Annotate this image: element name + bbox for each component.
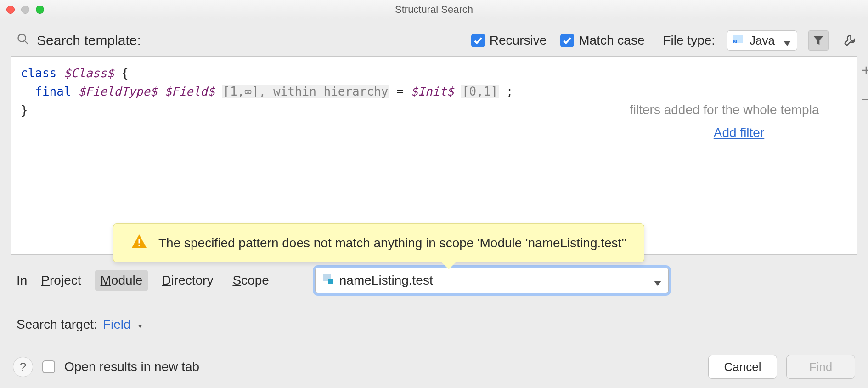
open-results-checkbox[interactable] (42, 360, 55, 373)
filter-panel: filters added for the whole templa Add f… (621, 57, 857, 254)
recursive-checkbox-wrap[interactable]: Recursive (471, 33, 547, 48)
warning-icon (131, 233, 147, 253)
remove-button[interactable]: − (862, 91, 868, 107)
code-token: $Field$ (164, 85, 215, 98)
header-row: Search template: Recursive Match case Fi… (0, 19, 868, 56)
code-token: final (35, 85, 71, 98)
code-hint: [0,1] (461, 85, 499, 98)
titlebar: Structural Search (0, 0, 868, 19)
open-results-label: Open results in new tab (64, 359, 199, 374)
add-button[interactable]: + (862, 62, 868, 78)
svg-marker-12 (654, 281, 661, 286)
module-icon (322, 273, 335, 289)
code-token: } (21, 103, 28, 117)
search-target-label: Search target: (17, 317, 97, 332)
cancel-button[interactable]: Cancel (708, 355, 777, 379)
dialog-button-row: ? Open results in new tab Cancel Find (0, 355, 868, 379)
code-token: $Init$ (411, 85, 454, 98)
search-template-label: Search template: (37, 33, 141, 48)
scope-in-label: In (17, 273, 27, 288)
svg-line-1 (25, 40, 28, 44)
svg-rect-11 (328, 279, 333, 284)
help-button[interactable]: ? (13, 357, 33, 377)
code-token (21, 85, 35, 98)
svg-text:J: J (734, 40, 736, 44)
code-token: $FieldType$ (78, 85, 157, 98)
code-token: class (21, 66, 56, 80)
file-type-value: Java (750, 34, 775, 48)
match-case-label: Match case (579, 33, 644, 48)
scope-scope-tab[interactable]: Scope (227, 270, 274, 291)
window-title: Structural Search (0, 4, 868, 16)
match-case-checkbox-wrap[interactable]: Match case (560, 33, 644, 48)
tools-button[interactable] (840, 30, 860, 51)
java-file-icon: J (731, 34, 744, 47)
scope-module-tab[interactable]: Module (95, 270, 148, 291)
module-dropdown[interactable]: nameListing.test (315, 268, 669, 293)
search-target-value: Field (103, 317, 131, 331)
svg-rect-8 (139, 239, 140, 244)
filter-side-buttons: + − (857, 62, 868, 107)
code-hint: [1,∞], within hierarchy (222, 85, 389, 98)
filter-panel-text: filters added for the whole templa (621, 103, 857, 117)
scope-directory-tab[interactable]: Directory (156, 270, 219, 291)
svg-marker-5 (784, 41, 791, 46)
chevron-down-icon (136, 317, 144, 332)
file-type-dropdown[interactable]: J Java (727, 30, 797, 51)
warning-text: The specified pattern does not match any… (158, 236, 626, 251)
svg-marker-6 (814, 36, 823, 45)
svg-marker-13 (138, 325, 142, 328)
find-button[interactable]: Find (786, 355, 855, 379)
search-target-dropdown[interactable]: Field (103, 317, 131, 332)
warning-tooltip: The specified pattern does not match any… (113, 223, 644, 262)
code-token: { (114, 66, 129, 80)
chevron-down-icon (783, 36, 791, 45)
module-value: nameListing.test (339, 273, 649, 288)
recursive-label: Recursive (490, 33, 547, 48)
file-type-label: File type: (663, 33, 715, 48)
search-icon (17, 33, 29, 49)
code-token: ; (499, 85, 513, 98)
code-token: = (389, 85, 411, 98)
add-filter-link[interactable]: Add filter (714, 126, 765, 140)
code-token: $Class$ (64, 66, 114, 80)
chevron-down-icon (654, 276, 662, 285)
recursive-checkbox[interactable] (471, 34, 485, 47)
svg-point-0 (18, 34, 26, 41)
filter-toggle-button[interactable] (808, 30, 829, 51)
search-target-row: Search target: Field (0, 297, 868, 332)
svg-rect-9 (139, 245, 140, 246)
scope-project-tab[interactable]: Project (35, 270, 86, 291)
match-case-checkbox[interactable] (560, 34, 574, 47)
